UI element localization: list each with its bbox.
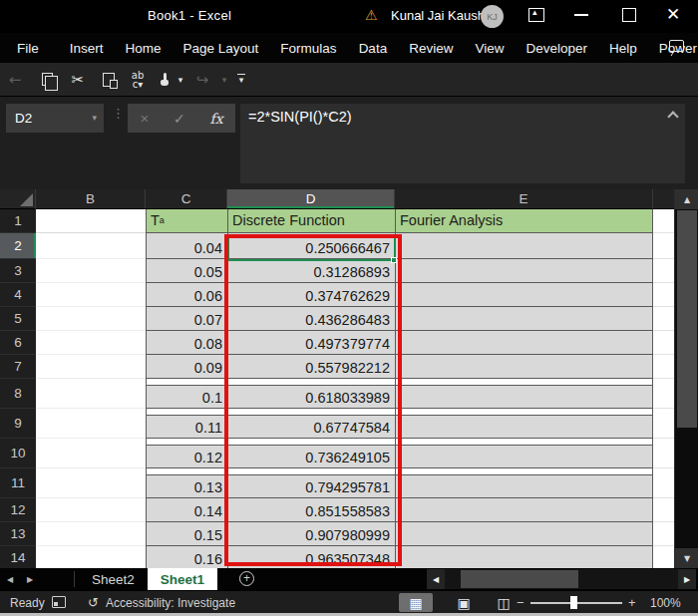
- cell-b[interactable]: [36, 355, 146, 379]
- cell-c[interactable]: 0.11: [146, 409, 227, 439]
- row-header[interactable]: 4: [0, 283, 36, 307]
- zoom-slider-thumb[interactable]: [570, 596, 577, 609]
- cell-b[interactable]: [36, 439, 146, 468]
- minimize-button[interactable]: [574, 14, 588, 16]
- vertical-scrollbar-thumb[interactable]: [677, 210, 697, 428]
- cell-c[interactable]: 0.08: [146, 331, 227, 355]
- cell-d[interactable]: 0.436286483: [227, 307, 395, 331]
- row-header[interactable]: 10: [0, 439, 36, 468]
- cell-d1[interactable]: Discrete Function: [227, 209, 395, 233]
- new-sheet-button[interactable]: +: [239, 571, 254, 586]
- zoom-in-icon[interactable]: +: [628, 595, 636, 610]
- cell-c1[interactable]: Ta: [146, 209, 227, 233]
- collapse-formula-bar-icon[interactable]: [667, 111, 678, 122]
- cancel-icon[interactable]: ×: [140, 110, 149, 127]
- cell-b[interactable]: [36, 498, 146, 522]
- column-header[interactable]: E: [395, 189, 653, 209]
- horizontal-scrollbar-thumb[interactable]: [461, 570, 578, 588]
- cell-c[interactable]: 0.07: [146, 307, 227, 331]
- row-header[interactable]: 8: [0, 379, 36, 409]
- cell-e[interactable]: [395, 498, 653, 522]
- normal-view-button[interactable]: ▦: [399, 593, 433, 612]
- name-box[interactable]: D2 ▾: [6, 104, 104, 133]
- customize-qat-icon[interactable]: ▾: [231, 75, 251, 85]
- cell-d[interactable]: 0.851558583: [227, 498, 395, 522]
- cell-c[interactable]: 0.15: [146, 522, 227, 546]
- ribbon-tab[interactable]: Help: [598, 33, 648, 63]
- close-button[interactable]: ✕: [666, 4, 680, 24]
- scroll-left-icon[interactable]: ◀: [427, 569, 445, 589]
- touch-mode-caret-icon[interactable]: ▾: [174, 75, 187, 85]
- ribbon-tab[interactable]: Developer: [515, 33, 598, 63]
- copy-icon[interactable]: [42, 73, 53, 86]
- ribbon-tab[interactable]: Review: [398, 33, 464, 63]
- cell-c[interactable]: 0.05: [146, 259, 227, 283]
- scroll-up-icon[interactable]: ▲: [675, 189, 698, 209]
- next-sheet-icon[interactable]: ▶: [20, 568, 40, 590]
- sheet-tab[interactable]: Sheet2: [79, 568, 148, 590]
- select-all-button[interactable]: [0, 189, 36, 209]
- ribbon-display-options-icon[interactable]: [528, 8, 544, 22]
- cell-c[interactable]: 0.12: [146, 439, 227, 468]
- page-layout-view-button[interactable]: ▣: [447, 593, 481, 612]
- cell-c[interactable]: 0.14: [146, 498, 227, 522]
- sheet-tab[interactable]: Sheet1: [148, 568, 217, 590]
- cell-b[interactable]: [36, 233, 146, 259]
- undo-icon[interactable]: ←: [0, 71, 30, 89]
- row-header[interactable]: 5: [0, 307, 36, 331]
- cell-c[interactable]: 0.16: [146, 546, 227, 568]
- comments-icon[interactable]: [669, 40, 684, 52]
- cell-b[interactable]: [36, 409, 146, 439]
- macro-record-icon[interactable]: [52, 596, 66, 608]
- cell-c[interactable]: 0.1: [146, 379, 227, 409]
- prev-sheet-icon[interactable]: ◀: [0, 568, 20, 590]
- cell-e[interactable]: [395, 283, 653, 307]
- cell-d[interactable]: 0.963507348: [227, 546, 395, 568]
- cell-e[interactable]: [395, 307, 653, 331]
- maximize-button[interactable]: [622, 8, 636, 22]
- cell-b[interactable]: [36, 379, 146, 409]
- zoom-out-icon[interactable]: −: [517, 595, 524, 610]
- ribbon-tab[interactable]: Home: [115, 33, 173, 63]
- cell-b[interactable]: [36, 259, 146, 283]
- row-header[interactable]: 3: [0, 259, 36, 283]
- row-header[interactable]: 2: [0, 233, 36, 259]
- ribbon-tab[interactable]: View: [464, 33, 515, 63]
- row-header[interactable]: 6: [0, 331, 36, 355]
- accessibility-status[interactable]: Accessibility: Investigate: [106, 596, 235, 610]
- cell-e[interactable]: [395, 409, 653, 439]
- cell-e[interactable]: [395, 468, 653, 498]
- cell-e1[interactable]: Fourier Analysis: [395, 209, 653, 233]
- row-header[interactable]: 7: [0, 355, 36, 379]
- cell-d[interactable]: 0.67747584: [227, 409, 395, 439]
- cell-d[interactable]: 0.374762629: [227, 283, 395, 307]
- cell-c[interactable]: 0.06: [146, 283, 227, 307]
- cell-b[interactable]: [36, 522, 146, 546]
- row-header[interactable]: 9: [0, 409, 36, 439]
- touch-mode-icon[interactable]: [161, 73, 170, 87]
- row-header[interactable]: 13: [0, 522, 36, 546]
- cell-e[interactable]: [395, 259, 653, 283]
- cell-e[interactable]: [395, 522, 653, 546]
- cell-e[interactable]: [395, 355, 653, 379]
- insert-function-icon[interactable]: fx: [209, 111, 222, 127]
- vertical-scrollbar[interactable]: ▲ ▼: [674, 189, 698, 568]
- row-header[interactable]: 1: [0, 209, 36, 233]
- cell-d[interactable]: 0.497379774: [227, 331, 395, 355]
- cell-d[interactable]: 0.557982212: [227, 355, 395, 379]
- column-header[interactable]: B: [36, 189, 146, 209]
- zoom-level[interactable]: 100%: [650, 596, 681, 610]
- paste-icon[interactable]: [103, 73, 115, 87]
- scroll-right-icon[interactable]: ▶: [678, 569, 696, 589]
- find-replace-icon[interactable]: abc▾: [125, 71, 151, 89]
- accessibility-icon[interactable]: ↺: [88, 595, 99, 610]
- formula-input[interactable]: =2*SIN(PI()*C2): [240, 104, 685, 183]
- horizontal-scrollbar[interactable]: ◀ ▶: [427, 569, 696, 589]
- ribbon-tab[interactable]: File: [0, 33, 59, 63]
- cell-d[interactable]: 0.250666467: [227, 233, 395, 259]
- ribbon-tab[interactable]: Data: [348, 33, 399, 63]
- row-header[interactable]: 11: [0, 468, 36, 498]
- cell-b1[interactable]: [36, 209, 146, 233]
- redo-icon[interactable]: ↪: [187, 71, 217, 89]
- scroll-down-icon[interactable]: ▼: [675, 548, 698, 568]
